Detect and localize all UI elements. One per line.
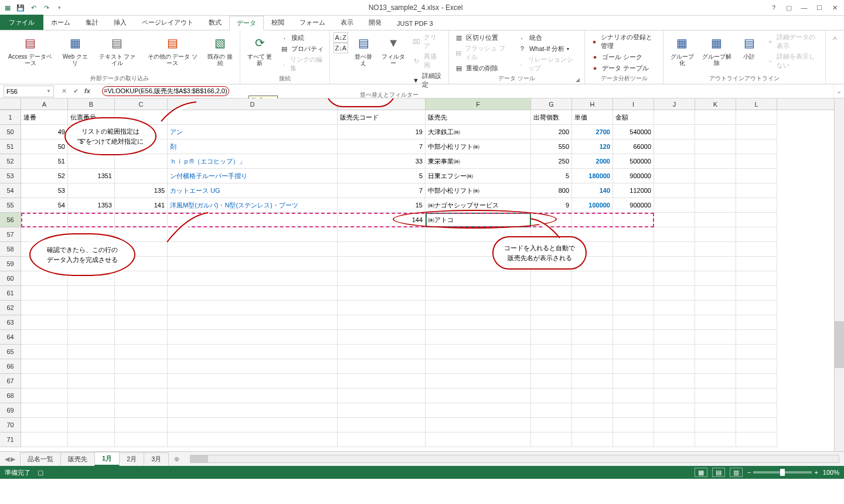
cell[interactable] [572, 418, 613, 433]
header-cell[interactable]: 出荷個数 [531, 110, 572, 125]
col-a[interactable]: A [21, 98, 68, 110]
row-header[interactable]: 68 [0, 389, 21, 403]
cell[interactable] [426, 315, 531, 330]
cell[interactable] [613, 433, 654, 447]
access-db-button[interactable]: ▤Access データベース [4, 32, 57, 67]
cell[interactable] [426, 374, 531, 389]
grid[interactable]: 連番伝票番号販売先コード販売先出荷個数単価金額49アン19大津鉄工㈱200270… [21, 110, 777, 447]
col-d[interactable]: D [168, 98, 338, 110]
row-header[interactable]: 54 [0, 183, 21, 198]
cell[interactable]: 800 [531, 183, 572, 198]
cell[interactable] [115, 271, 168, 286]
cell[interactable] [426, 330, 531, 345]
row-header[interactable]: 50 [0, 125, 21, 139]
normal-view-icon[interactable]: ▦ [695, 468, 707, 477]
name-box[interactable]: F56▼ [4, 86, 54, 97]
cell[interactable]: 500000 [613, 154, 654, 169]
header-cell[interactable] [115, 110, 168, 125]
zoom-level[interactable]: 100% [823, 469, 839, 476]
cell[interactable] [654, 271, 695, 286]
scenario-button[interactable]: ●シナリオの登録と管理 [588, 32, 659, 51]
sort-az-button[interactable]: A↓Z [333, 32, 349, 43]
cell[interactable]: 141 [115, 198, 168, 213]
header-cell[interactable]: 金額 [613, 110, 654, 125]
cell[interactable] [68, 242, 115, 257]
cell[interactable]: 2000 [572, 154, 613, 169]
cell[interactable]: 中部小松リフト㈱ [426, 183, 531, 198]
cell[interactable] [21, 213, 68, 227]
cell[interactable] [115, 433, 168, 447]
cell[interactable] [115, 227, 168, 242]
cell[interactable] [695, 433, 736, 447]
sheet-nav-next-icon[interactable]: ▶ [11, 455, 15, 463]
cell[interactable]: 100000 [572, 198, 613, 213]
cell[interactable] [572, 345, 613, 359]
cell[interactable] [531, 418, 572, 433]
cell[interactable] [68, 389, 115, 403]
cell[interactable]: 50 [21, 139, 68, 154]
cell[interactable] [531, 213, 572, 227]
cell[interactable] [654, 418, 695, 433]
fx-icon[interactable]: fx [82, 87, 93, 95]
cell[interactable] [695, 315, 736, 330]
cell[interactable] [168, 389, 338, 403]
cell[interactable] [68, 359, 115, 374]
zoom-out-icon[interactable]: − [747, 469, 751, 476]
cell[interactable]: 1353 [68, 198, 115, 213]
cell[interactable] [613, 403, 654, 418]
cell[interactable]: 5 [338, 169, 426, 183]
cell[interactable]: ㈱アトコ [426, 213, 531, 227]
header-cell[interactable]: 連番 [21, 110, 68, 125]
ribbon-display-icon[interactable]: ▢ [783, 4, 795, 12]
cell[interactable]: アン [168, 125, 338, 139]
expand-formula-icon[interactable]: ⌄ [833, 84, 844, 98]
tab-developer[interactable]: 開発 [361, 15, 389, 30]
cell[interactable] [613, 271, 654, 286]
cell[interactable] [115, 403, 168, 418]
cell[interactable] [338, 433, 426, 447]
cell[interactable] [531, 374, 572, 389]
row-header[interactable]: 69 [0, 403, 21, 418]
row-header[interactable]: 62 [0, 301, 21, 315]
cell[interactable] [736, 301, 777, 315]
cell[interactable] [572, 433, 613, 447]
cell[interactable]: 66000 [613, 139, 654, 154]
tab-insert[interactable]: 挿入 [106, 15, 134, 30]
hide-detail-button[interactable]: −詳細を表示しない [764, 52, 822, 70]
cell[interactable] [338, 257, 426, 271]
row-header[interactable]: 70 [0, 418, 21, 433]
cell[interactable]: 200 [531, 125, 572, 139]
qat-dropdown-icon[interactable]: ▾ [54, 2, 64, 13]
cell[interactable] [736, 242, 777, 257]
cell[interactable]: 140 [572, 183, 613, 198]
cell[interactable] [695, 418, 736, 433]
cell[interactable]: 19 [338, 125, 426, 139]
cell[interactable] [531, 242, 572, 257]
col-c[interactable]: C [115, 98, 168, 110]
sort-za-button[interactable]: Z↓A [333, 43, 349, 53]
cell[interactable] [68, 227, 115, 242]
cell[interactable] [736, 403, 777, 418]
cell[interactable] [736, 198, 777, 213]
cell[interactable] [695, 389, 736, 403]
select-all-corner[interactable] [0, 98, 21, 110]
cell[interactable] [21, 286, 68, 301]
row-header[interactable]: 51 [0, 139, 21, 154]
cell[interactable] [426, 242, 531, 257]
tab-data[interactable]: データ [229, 16, 264, 30]
cell[interactable] [68, 345, 115, 359]
cell[interactable] [21, 433, 68, 447]
cell[interactable] [695, 227, 736, 242]
cell[interactable]: 2700 [572, 125, 613, 139]
edit-links-button[interactable]: ⬫リンクの編集 [278, 55, 325, 73]
row-header[interactable]: 56 [0, 213, 21, 227]
cell[interactable] [572, 213, 613, 227]
cell[interactable]: ㈱ナゴヤシップサービス [426, 198, 531, 213]
cell[interactable] [695, 330, 736, 345]
header-cell[interactable] [695, 110, 736, 125]
chevron-down-icon[interactable]: ▼ [46, 88, 51, 94]
cell[interactable] [572, 389, 613, 403]
cell[interactable] [695, 271, 736, 286]
row-header[interactable]: 67 [0, 374, 21, 389]
cell[interactable] [338, 271, 426, 286]
